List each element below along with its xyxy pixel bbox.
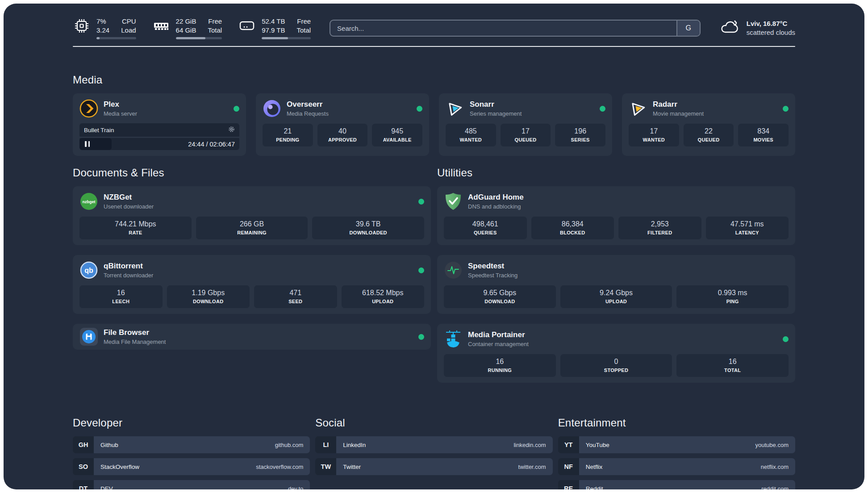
playback-time: 24:44 / 02:06:47	[188, 141, 239, 148]
link-name: StackOverflow	[100, 464, 139, 470]
link-abbr: GH	[73, 436, 94, 453]
link-stackoverflow[interactable]: SO StackOverflowstackoverflow.com	[73, 458, 310, 475]
link-linkedin[interactable]: LI LinkedInlinkedin.com	[315, 436, 552, 453]
stat-tile: 0STOPPED	[560, 354, 672, 377]
header-divider	[73, 46, 795, 47]
section-entertainment: Entertainment YT YouTubeyoutube.com NF N…	[558, 417, 795, 489]
link-netflix[interactable]: NF Netflixnetflix.com	[558, 458, 795, 475]
app-subtitle: Container management	[468, 341, 777, 347]
app-title: NZBGet	[104, 193, 413, 202]
cpu-usage: 7%	[96, 17, 109, 26]
weather-location: Lviv, 16.87°C	[747, 19, 795, 28]
section-social: Social LI LinkedInlinkedin.com TW Twitte…	[315, 417, 552, 480]
link-url: twitter.com	[518, 464, 546, 470]
status-dot	[234, 106, 239, 112]
portainer-card[interactable]: Media Portainer Container management 16R…	[437, 324, 795, 383]
search-bar: G	[330, 20, 701, 37]
link-url: youtube.com	[755, 442, 789, 448]
nzbget-icon: nzbget	[79, 192, 98, 211]
radarr-icon	[629, 99, 647, 118]
link-name: YouTube	[586, 442, 609, 448]
storage-total: 97.9 TB	[262, 26, 285, 35]
pause-icon	[85, 141, 90, 147]
stat-tile: 0.993 msPING	[676, 285, 789, 308]
storage-free: 52.4 TB	[262, 17, 285, 26]
section-media: Media Plex Media server	[73, 74, 795, 156]
section-title-utilities: Utilities	[437, 167, 795, 179]
overseerr-card[interactable]: Overseerr Media Requests 21PENDING 40APP…	[256, 93, 429, 156]
link-abbr: RE	[558, 480, 579, 489]
link-reddit[interactable]: RE Redditreddit.com	[558, 480, 795, 489]
link-dev[interactable]: DT DEVdev.to	[73, 480, 310, 489]
storage-progressbar	[262, 37, 311, 39]
stat-tile: 16TOTAL	[676, 354, 789, 377]
stat-tile: 9.65 GbpsDOWNLOAD	[444, 285, 556, 308]
qbittorrent-card[interactable]: qb qBittorrent Torrent downloader 16LEEC…	[73, 255, 431, 314]
app-subtitle: Media Requests	[287, 110, 411, 117]
speedtest-card[interactable]: Speedtest Speedtest Tracking 9.65 GbpsDO…	[437, 255, 795, 314]
memory-free: 22 GiB	[176, 17, 196, 26]
link-name: Reddit	[586, 485, 603, 490]
top-bar: 7% CPU 3.24 Load	[73, 16, 795, 40]
status-dot	[783, 336, 789, 342]
filebrowser-icon	[79, 327, 98, 346]
memory-stat: 22 GiB Free 64 GiB Total	[152, 17, 222, 39]
portainer-icon	[444, 330, 463, 348]
app-title: Radarr	[653, 100, 777, 109]
cpu-load: 3.24	[96, 26, 109, 35]
link-abbr: NF	[558, 458, 579, 475]
qbittorrent-icon: qb	[79, 261, 98, 280]
playback-progressbar: 24:44 / 02:06:47	[79, 138, 239, 150]
app-subtitle: Media File Management	[104, 338, 413, 345]
link-url: stackoverflow.com	[256, 464, 303, 470]
stat-tile: 196SERIES	[555, 124, 605, 146]
app-title: Plex	[104, 100, 228, 109]
adguard-card[interactable]: AdGuard Home DNS and adblocking 498,461Q…	[437, 186, 795, 245]
link-github[interactable]: GH Githubgithub.com	[73, 436, 310, 453]
stat-tile: 945AVAILABLE	[372, 124, 422, 146]
svg-text:nzbget: nzbget	[83, 200, 96, 204]
filebrowser-card[interactable]: File Browser Media File Management	[73, 324, 431, 350]
link-twitter[interactable]: TW Twittertwitter.com	[315, 458, 552, 475]
cpu-progressbar	[96, 37, 136, 39]
nzbget-card[interactable]: nzbget NZBGet Usenet downloader 744.21 M…	[73, 186, 431, 245]
stat-tile: 618.52 MbpsUPLOAD	[342, 285, 425, 308]
app-subtitle: Torrent downloader	[104, 272, 413, 279]
system-stats: 7% CPU 3.24 Load	[73, 17, 311, 39]
section-utilities: Utilities AdGuard Home DNS and adblockin…	[437, 167, 795, 393]
app-subtitle: DNS and adblocking	[468, 203, 777, 210]
stat-tile: 39.6 TBDOWNLOADED	[312, 217, 424, 239]
plex-card[interactable]: Plex Media server Bullet Train	[73, 93, 246, 156]
status-dot	[600, 106, 605, 112]
section-documents: Documents & Files nzbget NZBGet Usenet d…	[73, 167, 431, 359]
session-gear-icon[interactable]	[228, 126, 235, 134]
search-engine-button[interactable]: G	[676, 21, 700, 36]
adguard-icon	[444, 192, 463, 211]
sonarr-icon	[446, 99, 464, 118]
app-subtitle: Movie management	[653, 110, 777, 117]
section-developer: Developer GH Githubgithub.com SO StackOv…	[73, 417, 310, 489]
search-input[interactable]	[330, 21, 676, 36]
stat-tile: 266 GBREMAINING	[196, 217, 308, 239]
status-dot	[418, 199, 424, 205]
link-name: Netflix	[586, 464, 603, 470]
cpu-load-label: Load	[121, 26, 136, 35]
link-abbr: TW	[315, 458, 336, 475]
stat-tile: 17WANTED	[629, 124, 679, 146]
radarr-card[interactable]: Radarr Movie management 17WANTED 22QUEUE…	[622, 93, 795, 156]
link-name: DEV	[100, 485, 113, 490]
app-title: Speedtest	[468, 262, 777, 271]
status-dot	[783, 106, 789, 112]
sonarr-card[interactable]: Sonarr Series management 485WANTED 17QUE…	[439, 93, 612, 156]
link-url: linkedin.com	[513, 442, 546, 448]
link-name: Twitter	[343, 464, 361, 470]
memory-total: 64 GiB	[176, 26, 196, 35]
cpu-icon	[73, 17, 91, 35]
link-url: netflix.com	[761, 464, 789, 470]
dashboard: 7% CPU 3.24 Load	[4, 4, 864, 489]
stat-tile: 485WANTED	[446, 124, 496, 146]
cloud-icon	[719, 19, 740, 37]
link-youtube[interactable]: YT YouTubeyoutube.com	[558, 436, 795, 453]
app-title: File Browser	[104, 328, 413, 337]
cpu-label: CPU	[121, 17, 136, 26]
